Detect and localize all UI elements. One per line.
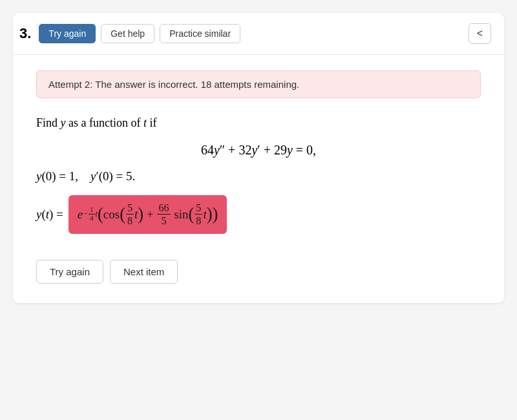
get-help-button[interactable]: Get help (101, 24, 154, 43)
try-again-bottom-button[interactable]: Try again (36, 260, 103, 284)
sin-frac: 5 8 (195, 202, 202, 227)
answer-row: y(t) = e − 1 4 t ( cos ( 5 8 (36, 195, 481, 234)
next-item-button[interactable]: Next item (110, 260, 178, 284)
problem-content: Attempt 2: The answer is incorrect. 18 a… (13, 55, 504, 260)
bottom-buttons: Try again Next item (13, 260, 504, 284)
cos-term: cos (103, 207, 120, 222)
cos-close-paren: ) (138, 205, 143, 223)
nav-back-button[interactable]: < (469, 23, 491, 44)
open-paren: ( (98, 205, 103, 223)
answer-label: y(t) = (36, 207, 63, 222)
exp-frac: 1 4 (89, 206, 94, 223)
sin-coeff-frac: 66 5 (157, 202, 170, 227)
close-paren: ) (213, 205, 218, 223)
try-again-toolbar-button[interactable]: Try again (39, 24, 96, 43)
practice-similar-button[interactable]: Practice similar (160, 24, 240, 43)
toolbar: 3. Try again Get help Practice similar < (13, 13, 504, 55)
cos-frac: 5 8 (126, 202, 134, 227)
problem-number: 3. (19, 25, 31, 42)
sin-open-paren: ( (189, 205, 195, 223)
attempt-text: Attempt 2: The answer is incorrect. 18 a… (48, 79, 299, 90)
cos-open-paren: ( (120, 205, 125, 223)
answer-highlight: e − 1 4 t ( cos ( 5 8 t ) (69, 195, 227, 234)
initial-conditions: y(0) = 1, y′(0) = 5. (36, 169, 481, 184)
exp-base: e (78, 207, 83, 222)
exponent: − 1 4 t (83, 206, 98, 223)
main-container: 3. Try again Get help Practice similar <… (13, 13, 504, 303)
attempt-banner: Attempt 2: The answer is incorrect. 18 a… (36, 70, 481, 98)
plus-sign: + (143, 207, 156, 222)
sin-term: sin (171, 207, 189, 222)
main-equation: 64y″ + 32y′ + 29y = 0, (36, 143, 481, 158)
sin-close-paren: ) (207, 205, 213, 223)
problem-intro: Find y as a function of t if (36, 114, 481, 132)
